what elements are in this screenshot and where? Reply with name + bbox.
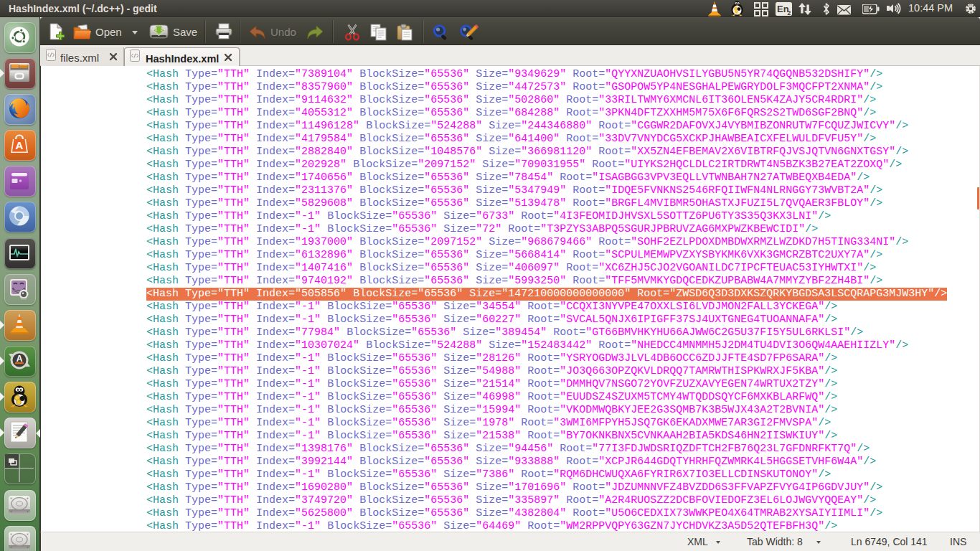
svg-text:2: 2 — [788, 9, 791, 17]
svg-text:A: A — [17, 353, 23, 363]
svg-text:A: A — [16, 139, 24, 151]
